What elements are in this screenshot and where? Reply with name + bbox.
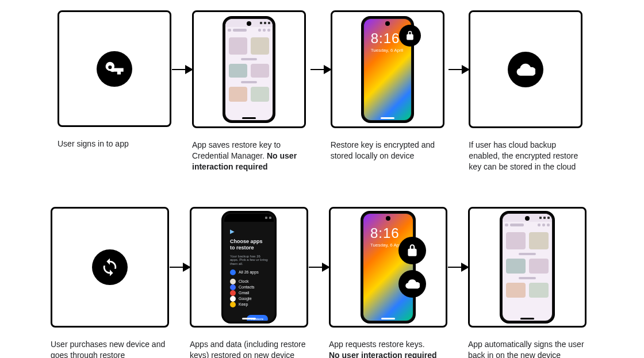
step-8-box [468,207,586,328]
appbar-title [233,29,247,32]
flow-row-restore: User purchases new device and goes throu… [51,207,586,358]
key-icon [97,51,132,87]
step-7: 8:16 Tuesday, 6 April App requests resto… [329,207,447,358]
step-5-box [51,207,169,328]
phone-restore-list: ▶ Choose apps to restore Your backup has… [221,211,277,324]
step-2: App saves restore key to Credential Mana… [192,10,310,172]
step-6-box: ▶ Choose apps to restore Your backup has… [190,207,308,328]
arrow [448,10,469,128]
step-4-caption: If user has cloud backup enabled, the en… [469,140,586,172]
cloud-icon [398,270,426,298]
restore-app-item: Contacts [230,284,268,290]
arrow [171,10,192,128]
step-2-caption: App saves restore key to Credential Mana… [192,140,310,172]
sync-icon [92,249,128,285]
restore-app-item: Clock [230,279,268,284]
lock-date: Tuesday, 6 April [371,48,411,54]
flow-row-save: User signs in to app [57,10,586,172]
lock-icon [399,25,421,47]
step-8-caption: App automatically signs the user back in… [468,339,586,358]
restore-title: Choose apps to restore [230,238,268,251]
restore-app-item: Keep [230,302,268,307]
step-8: App automatically signs the user back in… [468,207,586,358]
restore-sub: Your backup has 26 apps. Pick a few or b… [230,255,268,266]
step-3: 8:16 Tuesday, 6 April Restore key is enc… [331,10,448,161]
lock-icon [398,237,426,264]
arrow [308,207,329,328]
step-4-box [469,10,582,128]
cloud-icon [508,52,543,87]
phone-app-screenshot [500,211,555,324]
arrow [310,10,331,128]
step-7-box: 8:16 Tuesday, 6 April [329,207,447,328]
step-7-caption: App requests restore keys. No user inter… [329,339,447,358]
step-6-caption: Apps and data (including restore keys) r… [190,339,308,358]
step-1-caption: User signs in to app [57,138,171,149]
step-1-box [57,10,171,127]
step-6: ▶ Choose apps to restore Your backup has… [190,207,308,358]
step-1: User signs in to app [57,10,171,149]
arrow [169,207,190,328]
restore-app-item: Google [230,296,268,302]
step-5-caption: User purchases new device and goes throu… [51,339,169,358]
phone-app-screenshot [223,16,275,123]
step-3-box: 8:16 Tuesday, 6 April [331,10,444,128]
restore-app-item: Gmail [230,290,268,296]
step-4: If user has cloud backup enabled, the en… [469,10,586,172]
step-3-caption: Restore key is encrypted and stored loca… [331,140,448,161]
arrow [447,207,468,328]
step-5: User purchases new device and goes throu… [51,207,169,358]
step-2-box [192,10,306,128]
